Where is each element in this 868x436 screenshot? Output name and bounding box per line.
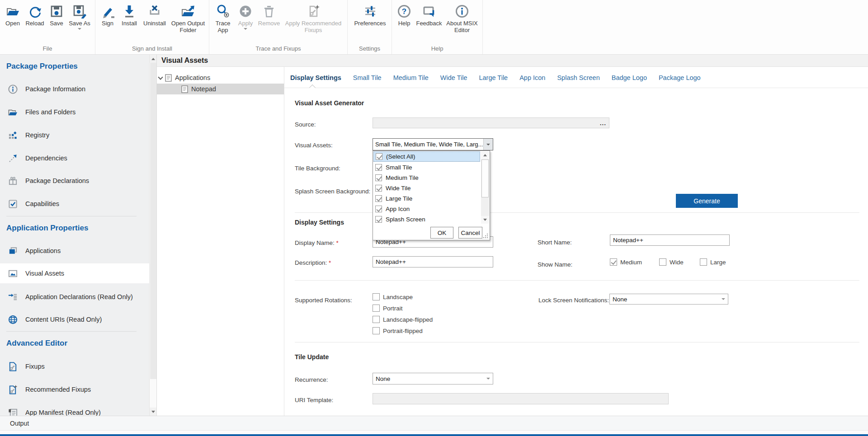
checkbox-icon[interactable] [373, 327, 380, 334]
dropdown-item-medium-tile[interactable]: Medium Tile [373, 173, 480, 183]
sidebar-divider [6, 331, 137, 332]
scrollbar-thumb[interactable] [481, 159, 489, 197]
sidebar-item-visual-assets[interactable]: Visual Assets [0, 263, 149, 283]
visual-assets-combobox[interactable]: Small Tile, Medium Tile, Wide Tile, Larg… [373, 138, 493, 150]
ribbon-group-settings: Preferences Settings [348, 0, 392, 54]
install-button[interactable]: Install [118, 3, 141, 28]
tab-package-logo[interactable]: Package Logo [659, 74, 701, 81]
tree-node-notepad[interactable]: Notepad [157, 84, 284, 94]
tab-app-icon[interactable]: App Icon [519, 74, 545, 81]
rotation-portrait-checkbox[interactable]: Portrait [373, 305, 403, 312]
rotation-landscape-checkbox[interactable]: Landscape [373, 293, 413, 300]
trace-app-label: Trace App [212, 20, 234, 33]
recurrence-label: Recurrence: [295, 376, 328, 383]
resize-grip-icon[interactable] [483, 234, 488, 238]
tree-node-applications[interactable]: Applications [157, 72, 284, 83]
tab-large-tile[interactable]: Large Tile [479, 74, 508, 81]
output-label: Output [10, 420, 29, 427]
checkbox-icon[interactable] [700, 258, 707, 266]
scrollbar-down-button[interactable] [150, 408, 157, 416]
checkbox-icon[interactable] [373, 305, 380, 312]
rotation-landscape-flipped-checkbox[interactable]: Landscape-flipped [373, 316, 433, 323]
output-panel-bar[interactable]: Output [0, 416, 868, 430]
sidebar-item-fixups[interactable]: Fixups [0, 356, 149, 376]
sidebar-item-package-information[interactable]: Package Information [0, 79, 149, 99]
sidebar-item-recommended-fixups[interactable]: Recommended Fixups [0, 380, 149, 399]
checkbox-icon[interactable] [373, 293, 380, 300]
scrollbar-up-button[interactable] [481, 151, 489, 159]
trace-app-button[interactable]: Trace App [211, 3, 235, 34]
reload-button[interactable]: Reload [24, 3, 46, 28]
uninstall-button[interactable]: Uninstall [141, 3, 169, 28]
tab-splash-screen[interactable]: Splash Screen [557, 74, 599, 81]
show-name-wide-checkbox[interactable]: Wide [659, 258, 684, 266]
rotation-portrait-flipped-checkbox[interactable]: Portrait-flipped [373, 327, 423, 334]
apply-dropdown-chevron-icon [244, 28, 247, 30]
checkbox-icon[interactable] [659, 258, 666, 266]
uri-template-input[interactable] [373, 393, 669, 404]
checkbox-checked-icon[interactable] [375, 174, 382, 181]
feedback-button[interactable]: Feedback [415, 3, 443, 28]
show-name-large-checkbox[interactable]: Large [700, 258, 726, 266]
dropdown-item-large-tile[interactable]: Large Tile [373, 193, 480, 204]
checkbox-icon[interactable] [373, 316, 380, 323]
combobox-dropdown-button[interactable] [483, 139, 493, 150]
sidebar-item-registry[interactable]: Registry [0, 125, 149, 145]
sidebar-item-files-and-folders[interactable]: Files and Folders [0, 102, 149, 122]
arrow-down-icon [483, 219, 487, 221]
chevron-down-icon[interactable] [158, 75, 163, 80]
tab-wide-tile[interactable]: Wide Tile [440, 74, 467, 81]
dropdown-item-splash-screen[interactable]: Splash Screen [373, 214, 480, 225]
short-name-input[interactable]: Notepad++ [610, 234, 730, 246]
scrollbar-up-button[interactable] [150, 55, 157, 63]
show-name-medium-checkbox[interactable]: Medium [610, 258, 642, 266]
source-input[interactable]: ... [373, 117, 609, 128]
checkbox-checked-icon[interactable] [375, 195, 382, 202]
ok-button[interactable]: OK [430, 227, 453, 239]
dependency-arrow-icon [7, 153, 18, 164]
generate-button[interactable]: Generate [676, 194, 738, 208]
tab-badge-logo[interactable]: Badge Logo [612, 74, 647, 81]
sidebar-scrollbar[interactable] [149, 55, 156, 416]
dropdown-item-small-tile[interactable]: Small Tile [373, 162, 480, 173]
about-msix-editor-button[interactable]: About MSIX Editor [443, 3, 481, 34]
checkbox-checked-icon[interactable] [610, 258, 617, 266]
dropdown-item-wide-tile[interactable]: Wide Tile [373, 183, 480, 193]
recurrence-dropdown[interactable]: None [373, 373, 493, 384]
dropdown-scrollbar[interactable] [481, 151, 489, 224]
scrollbar-down-button[interactable] [481, 216, 489, 224]
tab-small-tile[interactable]: Small Tile [353, 74, 382, 81]
sidebar-item-application-declarations[interactable]: Application Declarations (Read Only) [0, 287, 149, 307]
scrollbar-thumb[interactable] [150, 63, 156, 379]
sign-button[interactable]: Sign [97, 3, 118, 28]
save-as-button[interactable]: Save As [67, 3, 92, 31]
short-name-label: Short Name: [538, 239, 572, 246]
description-input[interactable]: Notepad++ [373, 256, 493, 267]
help-button[interactable]: ? Help [394, 3, 415, 28]
dropdown-item-select-all[interactable]: (Select All) [373, 151, 480, 162]
save-button[interactable]: Save [46, 3, 67, 28]
sidebar-item-package-declarations[interactable]: Package Declarations [0, 171, 149, 191]
cancel-button[interactable]: Cancel [458, 227, 482, 239]
sidebar-item-dependencies[interactable]: Dependencies [0, 148, 149, 168]
sidebar-item-capabilities[interactable]: Capabilities [0, 194, 149, 214]
sidebar-item-content-uris[interactable]: Content URIs (Read Only) [0, 309, 149, 329]
dropdown-item-app-icon[interactable]: App Icon [373, 204, 480, 214]
browse-button[interactable]: ... [600, 120, 606, 127]
tab-display-settings[interactable]: Display Settings [290, 74, 341, 81]
open-button[interactable]: Open [2, 3, 24, 28]
sidebar-item-applications[interactable]: Applications [0, 241, 149, 261]
checkbox-checked-icon[interactable] [375, 216, 382, 223]
checkbox-checked-icon[interactable] [375, 206, 382, 212]
apply-plus-icon [238, 4, 253, 19]
tab-medium-tile[interactable]: Medium Tile [393, 74, 429, 81]
preferences-button[interactable]: Preferences [351, 3, 389, 28]
checkbox-checked-icon[interactable] [375, 185, 382, 192]
sidebar-item-app-manifest[interactable]: App Manifest (Read Only) [0, 403, 149, 416]
save-as-dropdown-chevron-icon[interactable] [78, 28, 81, 30]
lock-screen-notifications-dropdown[interactable]: None [609, 294, 728, 305]
ribbon-toolbar: Open Reload Save Save As File Sign [0, 0, 868, 55]
checkbox-checked-icon[interactable] [376, 153, 382, 160]
checkbox-checked-icon[interactable] [375, 164, 382, 171]
open-output-folder-button[interactable]: Open Output Folder [169, 3, 208, 34]
